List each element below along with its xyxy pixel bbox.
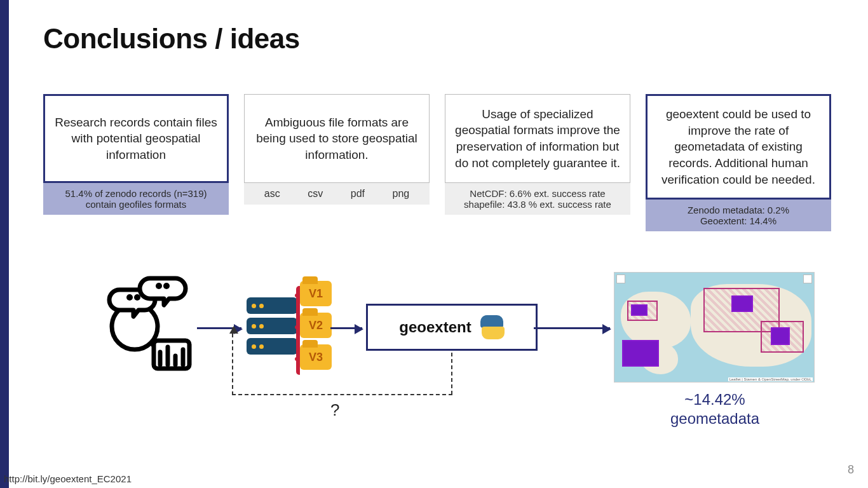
card-heading: Research records contain files with pote… — [43, 94, 229, 183]
folder-icon: V1 — [300, 281, 332, 306]
workflow-diagram: V1 V2 V3 geoextent ? — [76, 267, 826, 432]
server-row-icon — [247, 338, 297, 355]
slide-title: Conclusions / ideas — [43, 23, 300, 55]
version-folders: V1 V2 V3 — [300, 281, 332, 376]
python-logo-icon — [480, 315, 505, 339]
format-item: pdf — [351, 188, 365, 200]
svg-point-9 — [156, 283, 162, 289]
folder-icon: V2 — [300, 313, 332, 338]
card-formats-list: asc csv pdf png — [244, 183, 430, 205]
bounding-box-overlay — [771, 327, 790, 345]
card-sub-line: shapefile: 43.8 % ext. success rate — [451, 199, 624, 210]
card-sub-line: Geoextent: 14.4% — [652, 215, 825, 226]
arrow-icon — [534, 327, 610, 329]
format-item: csv — [308, 188, 323, 200]
format-item: asc — [264, 188, 280, 200]
svg-point-10 — [163, 283, 170, 289]
card-2: Ambiguous file formats are being used to… — [244, 94, 430, 231]
page-number: 8 — [848, 463, 854, 477]
research-search-icon — [95, 271, 197, 372]
left-accent-bar — [0, 0, 9, 488]
map-caption: ~14.42% geometadata — [629, 390, 801, 428]
card-sub-line: Zenodo metadata: 0.2% — [652, 205, 825, 215]
svg-point-7 — [126, 294, 133, 301]
geoextent-tool-box: geoextent — [366, 304, 538, 351]
server-row-icon — [247, 297, 297, 314]
card-subtext: NetCDF: 6.6% ext. success rate shapefile… — [445, 183, 630, 215]
card-subtext: 51.4% of zenodo records (n=319) contain … — [43, 183, 229, 215]
card-subtext: Zenodo metadata: 0.2% Geoextent: 14.4% — [646, 200, 831, 231]
bounding-box-overlay — [731, 295, 753, 312]
feedback-dashed-line — [451, 353, 452, 395]
world-map-preview: Leaflet | Stamen & OpenStreetMap, under … — [614, 272, 815, 383]
footer-url: http://bit.ly/geoextent_EC2021 — [4, 473, 132, 484]
card-1: Research records contain files with pote… — [43, 94, 229, 231]
question-mark-label: ? — [330, 400, 339, 420]
folder-icon: V3 — [300, 344, 332, 370]
map-caption-label: geometadata — [629, 409, 801, 428]
map-caption-percent: ~14.42% — [629, 390, 801, 409]
geoextent-label: geoextent — [399, 318, 471, 336]
bounding-box-overlay — [631, 304, 648, 316]
card-sub-line: NetCDF: 6.6% ext. success rate — [451, 188, 624, 199]
card-heading: geoextent could be used to improve the r… — [646, 94, 831, 200]
map-control-icon — [616, 274, 625, 283]
card-4: geoextent could be used to improve the r… — [646, 94, 831, 231]
card-3: Usage of specialized geospatial formats … — [445, 94, 630, 231]
svg-point-8 — [134, 294, 140, 301]
feedback-dashed-arrow — [232, 327, 233, 395]
bounding-box-overlay — [622, 340, 659, 367]
feedback-dashed-line — [232, 394, 452, 395]
slide: Conclusions / ideas Research records con… — [0, 0, 868, 488]
arrow-icon — [330, 327, 362, 329]
server-database-icon — [247, 297, 297, 358]
conclusion-cards-row: Research records contain files with pote… — [43, 94, 831, 231]
map-attribution: Leaflet | Stamen & OpenStreetMap, under … — [728, 377, 813, 381]
server-row-icon — [247, 318, 297, 334]
card-heading: Usage of specialized geospatial formats … — [445, 94, 630, 183]
map-control-icon — [803, 274, 812, 283]
card-heading: Ambiguous file formats are being used to… — [244, 94, 430, 183]
format-item: png — [393, 188, 410, 200]
